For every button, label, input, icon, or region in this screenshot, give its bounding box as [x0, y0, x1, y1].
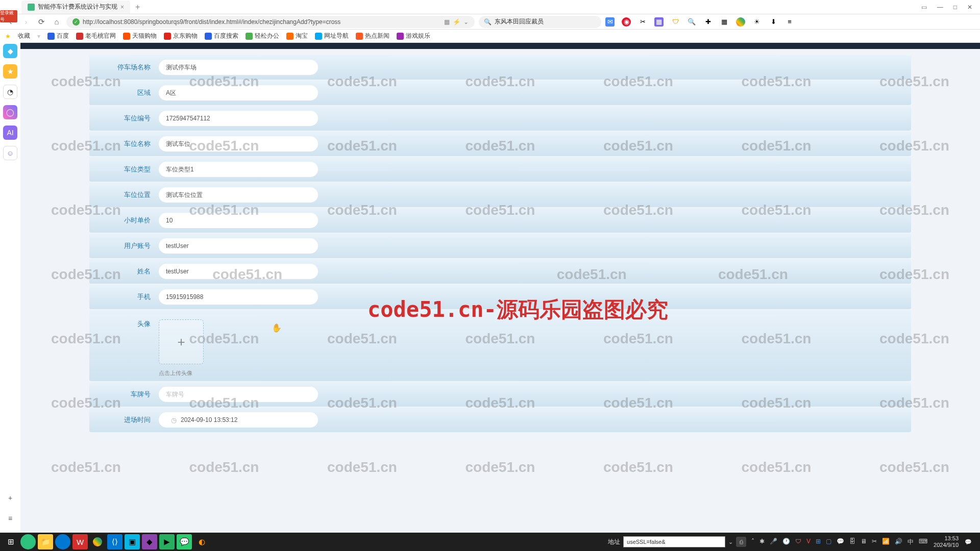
- tb-vscode[interactable]: ⟨⟩: [107, 534, 122, 549]
- bookmark-baidu2[interactable]: 百度搜索: [205, 32, 238, 40]
- input-user-acc[interactable]: [159, 238, 318, 254]
- flash-icon[interactable]: ⚡: [453, 18, 460, 26]
- mail-icon[interactable]: ✉: [605, 17, 615, 27]
- tray-db-icon[interactable]: 🗄: [849, 538, 855, 546]
- tray-net-icon[interactable]: 🖥: [861, 538, 867, 546]
- tray-v-icon[interactable]: V: [806, 538, 811, 546]
- tb-chrome[interactable]: [90, 534, 105, 549]
- input-phone[interactable]: [159, 289, 318, 305]
- fav-label[interactable]: 收藏: [18, 32, 30, 40]
- reload-button[interactable]: ⟳: [36, 16, 47, 28]
- input-parking-name[interactable]: [159, 60, 318, 75]
- url-input[interactable]: ✓ http://localhost:8080/springbooturqs9/…: [66, 16, 475, 28]
- home-button[interactable]: ⌂: [51, 16, 62, 28]
- win-close-icon[interactable]: ✕: [967, 4, 972, 11]
- chevron-down-icon[interactable]: ⌄: [463, 18, 469, 26]
- close-tab-icon[interactable]: ×: [120, 4, 124, 11]
- tb-select[interactable]: [623, 536, 725, 547]
- tb-app4[interactable]: ◐: [194, 534, 209, 549]
- weibo-icon[interactable]: ◉: [622, 17, 631, 27]
- row-spot-name: 车位名称: [89, 132, 911, 156]
- tray-up-icon[interactable]: ˄: [751, 538, 754, 546]
- tb-app1[interactable]: ▣: [125, 534, 140, 549]
- grid-icon[interactable]: ▦: [654, 17, 664, 27]
- input-spot-no[interactable]: [159, 111, 318, 126]
- tb-copy[interactable]: ⎙: [736, 537, 746, 547]
- tray-win-icon[interactable]: ⊞: [816, 538, 821, 546]
- dock-app6[interactable]: ☺: [3, 146, 17, 160]
- input-spot-type[interactable]: [159, 162, 318, 177]
- input-enter-time[interactable]: ◷ 2024-09-10 13:53:12: [159, 412, 318, 428]
- input-name[interactable]: [159, 264, 318, 279]
- tb-360[interactable]: [20, 534, 36, 549]
- win-min-icon[interactable]: —: [937, 4, 943, 11]
- star-icon[interactable]: ★: [5, 33, 11, 40]
- dock-app2[interactable]: ★: [3, 64, 17, 79]
- tb-app2[interactable]: ◆: [142, 534, 157, 549]
- tray-shield-icon[interactable]: 🛡: [795, 538, 801, 546]
- bookmark-news[interactable]: 热点新闻: [356, 32, 389, 40]
- puzzle-icon[interactable]: ✚: [703, 17, 713, 27]
- input-plate[interactable]: [159, 387, 318, 402]
- tb-explorer[interactable]: 📁: [38, 534, 53, 549]
- search-icon: 🔍: [484, 18, 492, 26]
- dock-app3[interactable]: ◔: [3, 85, 17, 99]
- dock-add[interactable]: +: [3, 491, 17, 505]
- label-spot-name: 车位名称: [100, 139, 151, 148]
- input-area[interactable]: [159, 85, 318, 101]
- avatar-upload[interactable]: +: [159, 319, 204, 364]
- qr-icon[interactable]: ▦: [444, 18, 450, 26]
- dock-app5[interactable]: AI: [3, 126, 17, 140]
- bookmark-laomaotao[interactable]: 老毛桃官网: [76, 32, 116, 40]
- zoom-icon[interactable]: 🔍: [687, 17, 696, 27]
- tray-wifi-icon[interactable]: 📶: [882, 538, 890, 546]
- bookmark-tmall[interactable]: 天猫购物: [123, 32, 157, 40]
- bookmark-taobao[interactable]: 淘宝: [286, 32, 308, 40]
- search-input[interactable]: 🔍 东风本田回应裁员: [479, 16, 601, 28]
- bookmark-baidu[interactable]: 百度: [47, 32, 69, 40]
- tray-notif-icon[interactable]: 💬: [965, 539, 972, 545]
- tray-wechat-icon[interactable]: 💬: [837, 538, 844, 546]
- taskbar-clock[interactable]: 13:53 2024/9/10: [934, 535, 959, 548]
- gear-icon[interactable]: ☀: [752, 17, 762, 27]
- tray-vol-icon[interactable]: 🔊: [895, 538, 902, 546]
- dock-app4[interactable]: ◯: [3, 105, 17, 119]
- new-tab-button[interactable]: +: [135, 3, 140, 12]
- menu-icon[interactable]: ≡: [785, 17, 794, 27]
- system-tray: ˄ ✱ 🎤 🕐 🛡 V ⊞ ▢ 💬 🗄 🖥 ✂ 📶 🔊 中 ⌨: [751, 538, 927, 546]
- label-hour-price: 小时单价: [100, 216, 151, 225]
- tb-wps[interactable]: W: [72, 534, 88, 549]
- forward-button[interactable]: ›: [20, 16, 32, 28]
- login-badge[interactable]: 登录账号: [0, 10, 17, 22]
- win-max-icon[interactable]: □: [953, 4, 957, 11]
- dock-app1[interactable]: ◆: [3, 44, 17, 58]
- input-spot-name[interactable]: [159, 136, 318, 152]
- input-spot-pos[interactable]: [159, 187, 318, 203]
- chrome-icon[interactable]: [736, 17, 745, 27]
- start-button[interactable]: ⊞: [3, 534, 18, 549]
- bookmark-easyoffice[interactable]: 轻松办公: [246, 32, 279, 40]
- tb-app3[interactable]: ▶: [159, 534, 175, 549]
- dock-menu[interactable]: ≡: [3, 511, 17, 525]
- download-icon[interactable]: ⬇: [769, 17, 778, 27]
- tb-addr-label: 地址: [608, 538, 620, 546]
- tray-star-icon[interactable]: ✱: [760, 538, 765, 546]
- tray-mic-icon[interactable]: 🎤: [770, 538, 777, 546]
- tray-kb-icon[interactable]: ⌨: [919, 538, 927, 546]
- bookmark-nav[interactable]: 网址导航: [315, 32, 349, 40]
- tray-ime-icon[interactable]: 中: [908, 538, 914, 546]
- tray-box-icon[interactable]: ▢: [826, 538, 831, 546]
- win-restore-icon[interactable]: ▭: [921, 4, 927, 11]
- apps-icon[interactable]: ▦: [720, 17, 729, 27]
- tb-wechat[interactable]: 💬: [177, 534, 192, 549]
- bookmark-game[interactable]: 游戏娱乐: [397, 32, 430, 40]
- tb-edge[interactable]: [55, 534, 70, 549]
- tb-select-arrow[interactable]: ⌄: [728, 539, 733, 545]
- input-hour-price[interactable]: [159, 213, 318, 228]
- scissors-icon[interactable]: ✂: [638, 17, 647, 27]
- shield-ext-icon[interactable]: 🛡: [671, 17, 680, 27]
- browser-tab[interactable]: 智能停车计费系统设计与实现 ×: [21, 1, 130, 14]
- tray-snip-icon[interactable]: ✂: [872, 538, 877, 546]
- bookmark-jd[interactable]: 京东购物: [164, 32, 198, 40]
- tray-clock-icon[interactable]: 🕐: [782, 538, 790, 546]
